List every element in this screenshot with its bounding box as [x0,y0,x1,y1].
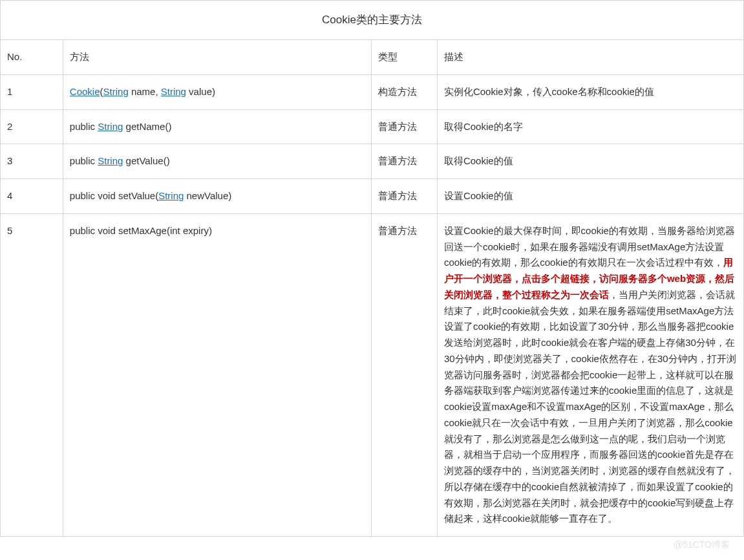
type-link[interactable]: String [158,190,184,201]
cell-no: 4 [1,179,63,214]
cell-method: public String getName() [63,109,371,144]
cell-type: 普通方法 [371,179,437,214]
type-link[interactable]: String [103,86,129,97]
cell-method: public void setValue(String newValue) [63,179,371,214]
cell-type: 普通方法 [371,109,437,144]
cookie-methods-table: Cookie类的主要方法 No. 方法 类型 描述 1Cookie(String… [0,0,744,537]
cell-method: Cookie(String name, String value) [63,74,371,109]
cell-type: 普通方法 [371,144,437,179]
emphasis-text: 用户开一个浏览器，点击多个超链接，访问服务器多个web资源，然后关闭浏览器，整个… [444,257,734,300]
cell-no: 1 [1,74,63,109]
header-no: No. [1,40,63,75]
type-link[interactable]: Cookie [70,86,100,97]
cell-desc: 设置Cookie的值 [437,179,743,214]
cell-no: 3 [1,144,63,179]
table-header-row: No. 方法 类型 描述 [1,40,744,75]
table-title-row: Cookie类的主要方法 [1,1,744,40]
cell-desc: 实例化Cookie对象，传入cooke名称和cookie的值 [437,74,743,109]
type-link[interactable]: String [98,121,123,132]
cell-method: public String getValue() [63,144,371,179]
table-row: 2public String getName()普通方法取得Cookie的名字 [1,109,744,144]
cell-no: 5 [1,213,63,536]
header-method: 方法 [63,40,371,75]
table-row: 1Cookie(String name, String value)构造方法实例… [1,74,744,109]
table-body: 1Cookie(String name, String value)构造方法实例… [1,74,744,536]
header-type: 类型 [371,40,437,75]
type-link[interactable]: String [161,86,186,97]
table-row: 4public void setValue(String newValue)普通… [1,179,744,214]
header-desc: 描述 [437,40,743,75]
type-link[interactable]: String [98,155,123,166]
cell-desc: 设置Cookie的最大保存时间，即cookie的有效期，当服务器给浏览器回送一个… [437,213,743,536]
cell-no: 2 [1,109,63,144]
table-row: 5public void setMaxAge(int expiry)普通方法设置… [1,213,744,536]
cell-desc: 取得Cookie的名字 [437,109,743,144]
cell-type: 普通方法 [371,213,437,536]
cell-desc: 取得Cookie的值 [437,144,743,179]
table-title: Cookie类的主要方法 [1,1,744,40]
cell-method: public void setMaxAge(int expiry) [63,213,371,536]
cell-type: 构造方法 [371,74,437,109]
table-row: 3public String getValue()普通方法取得Cookie的值 [1,144,744,179]
